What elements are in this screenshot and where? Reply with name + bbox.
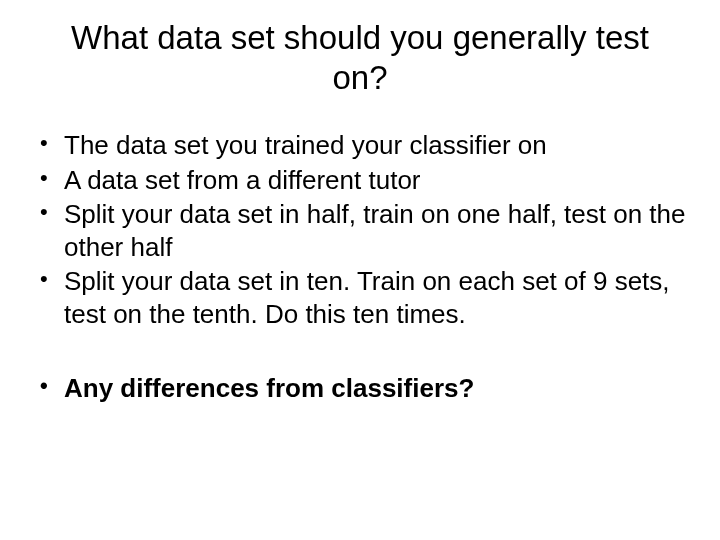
list-item: Any differences from classifiers?: [36, 372, 692, 405]
list-item: Split your data set in half, train on on…: [36, 198, 692, 263]
list-item: Split your data set in ten. Train on eac…: [36, 265, 692, 330]
slide-content: The data set you trained your classifier…: [28, 129, 692, 405]
list-item: The data set you trained your classifier…: [36, 129, 692, 162]
bullet-list-final: Any differences from classifiers?: [36, 372, 692, 405]
spacer: [36, 332, 692, 372]
slide-title: What data set should you generally test …: [28, 18, 692, 97]
list-item: A data set from a different tutor: [36, 164, 692, 197]
bullet-list: The data set you trained your classifier…: [36, 129, 692, 330]
